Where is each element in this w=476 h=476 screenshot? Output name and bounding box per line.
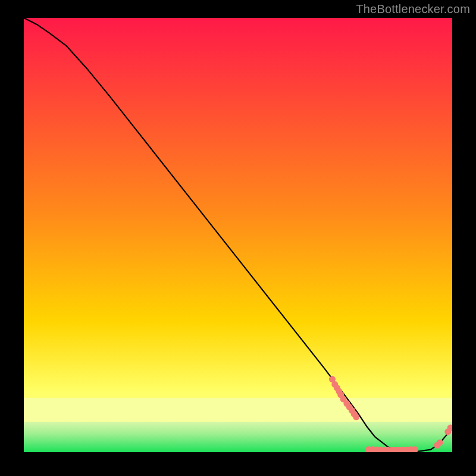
scatter-cluster-bottom [365, 446, 418, 452]
gradient-background [24, 18, 452, 452]
pale-band [24, 398, 452, 422]
data-point [353, 414, 359, 420]
plot-area [24, 18, 452, 452]
chart-svg [24, 18, 452, 452]
attribution-text: TheBottlenecker.com [356, 2, 470, 16]
chart-root: TheBottlenecker.com [0, 0, 476, 476]
data-point [437, 439, 443, 446]
